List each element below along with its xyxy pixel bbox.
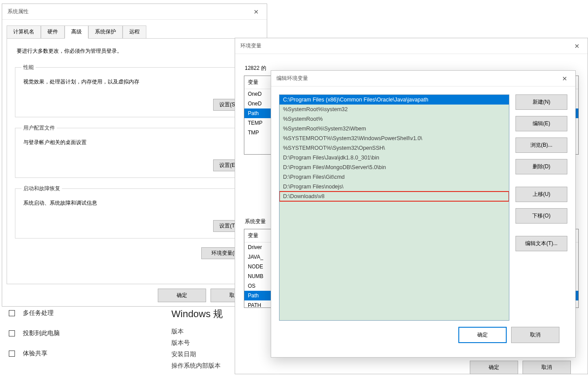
tab-远程[interactable]: 远程 bbox=[123, 25, 146, 39]
path-item[interactable]: C:\Program Files (x86)\Common Files\Orac… bbox=[279, 95, 509, 105]
close-icon[interactable]: ✕ bbox=[567, 40, 587, 53]
cancel-button[interactable]: 取消 bbox=[511, 327, 559, 343]
path-item[interactable]: %SYSTEMROOT%\System32\WindowsPowerShell\… bbox=[279, 134, 509, 143]
ok-button[interactable]: 确定 bbox=[470, 361, 518, 374]
admin-note: 要进行大多数更改，你必须作为管理员登录。 bbox=[17, 47, 254, 55]
path-item[interactable]: D:\Program Files\nodejs\ bbox=[279, 182, 509, 192]
settings-row: 版本 bbox=[171, 328, 223, 336]
path-item[interactable]: D:\Downloads\v8 bbox=[279, 192, 509, 201]
square-icon bbox=[9, 330, 15, 336]
edit-button[interactable]: 编辑(E) bbox=[515, 116, 567, 131]
dialog-title: 系统属性 bbox=[7, 8, 29, 15]
group-legend: 用户配置文件 bbox=[22, 124, 57, 132]
side-buttons: 新建(N) 编辑(E) 浏览(B)... 删除(D) 上移(U) 下移(O) 编… bbox=[515, 94, 567, 321]
group-desc: 视觉效果，处理器计划，内存使用，以及虚拟内存 bbox=[23, 78, 247, 86]
tabstrip: 计算机名硬件高级系统保护远程 bbox=[2, 20, 267, 38]
close-icon[interactable]: ✕ bbox=[247, 5, 266, 18]
tab-计算机名[interactable]: 计算机名 bbox=[7, 25, 41, 39]
group-user-profiles: 用户配置文件 与登录帐户相关的桌面设置 设置(E)... bbox=[15, 124, 254, 178]
delete-button[interactable]: 删除(D) bbox=[515, 159, 567, 174]
settings-nav-label: 投影到此电脑 bbox=[23, 329, 60, 337]
move-down-button[interactable]: 下移(O) bbox=[515, 208, 567, 224]
settings-nav-label: 体验共享 bbox=[23, 350, 47, 358]
path-item[interactable]: %SYSTEMROOT%\System32\OpenSSH\ bbox=[279, 143, 509, 153]
new-button[interactable]: 新建(N) bbox=[515, 94, 567, 110]
square-icon bbox=[9, 310, 15, 316]
group-performance: 性能 视觉效果，处理器计划，内存使用，以及虚拟内存 设置(S)... bbox=[15, 64, 254, 117]
path-list[interactable]: C:\Program Files (x86)\Common Files\Orac… bbox=[279, 94, 509, 321]
settings-row: 操作系统内部版本 bbox=[171, 362, 223, 370]
path-item[interactable]: %SystemRoot% bbox=[279, 114, 509, 124]
group-desc: 与登录帐户相关的桌面设置 bbox=[23, 139, 247, 146]
tab-硬件[interactable]: 硬件 bbox=[41, 25, 65, 39]
edit-environment-variable-dialog: 编辑环境变量 ✕ C:\Program Files (x86)\Common F… bbox=[271, 70, 576, 358]
cancel-button[interactable]: 取消 bbox=[523, 361, 571, 374]
titlebar[interactable]: 环境变量 ✕ bbox=[235, 38, 588, 54]
settings-row: 安装日期 bbox=[171, 351, 223, 358]
ok-button[interactable]: 确定 bbox=[158, 289, 206, 302]
settings-nav-label: 多任务处理 bbox=[23, 309, 54, 317]
group-desc: 系统启动、系统故障和调试信息 bbox=[23, 199, 247, 207]
path-item[interactable]: D:\Program Files\MongoDB\Server\5.0\bin bbox=[279, 163, 509, 172]
settings-main: Windows 规 版本版本号安装日期操作系统内部版本 bbox=[171, 307, 223, 373]
move-up-button[interactable]: 上移(U) bbox=[515, 187, 567, 202]
browse-button[interactable]: 浏览(B)... bbox=[515, 137, 567, 153]
square-icon bbox=[9, 351, 15, 357]
close-icon[interactable]: ✕ bbox=[555, 72, 574, 85]
tab-高级[interactable]: 高级 bbox=[65, 25, 88, 39]
settings-row: 版本号 bbox=[171, 339, 223, 347]
dialog-title: 编辑环境变量 bbox=[276, 75, 308, 82]
group-startup-recovery: 启动和故障恢复 系统启动、系统故障和调试信息 设置(T)... bbox=[15, 185, 254, 239]
titlebar[interactable]: 系统属性 ✕ bbox=[2, 4, 267, 20]
tab-body-advanced: 要进行大多数更改，你必须作为管理员登录。 性能 视觉效果，处理器计划，内存使用，… bbox=[7, 38, 262, 284]
path-item[interactable]: %SystemRoot%\System32\Wbem bbox=[279, 124, 509, 134]
group-legend: 启动和故障恢复 bbox=[22, 185, 62, 192]
ok-button[interactable]: 确定 bbox=[458, 327, 507, 343]
path-item[interactable]: %SystemRoot%\system32 bbox=[279, 105, 509, 114]
edit-text-button[interactable]: 编辑文本(T)... bbox=[515, 236, 567, 251]
group-legend: 性能 bbox=[22, 64, 36, 71]
path-item[interactable]: D:\Program Files\Git\cmd bbox=[279, 172, 509, 182]
dialog-title: 环境变量 bbox=[240, 42, 261, 50]
system-properties-dialog: 系统属性 ✕ 计算机名硬件高级系统保护远程 要进行大多数更改，你必须作为管理员登… bbox=[2, 4, 267, 307]
titlebar[interactable]: 编辑环境变量 ✕ bbox=[271, 71, 575, 87]
path-item[interactable]: D:\Program Files\Java\jdk1.8.0_301\bin bbox=[279, 153, 509, 163]
tab-系统保护[interactable]: 系统保护 bbox=[88, 25, 123, 39]
